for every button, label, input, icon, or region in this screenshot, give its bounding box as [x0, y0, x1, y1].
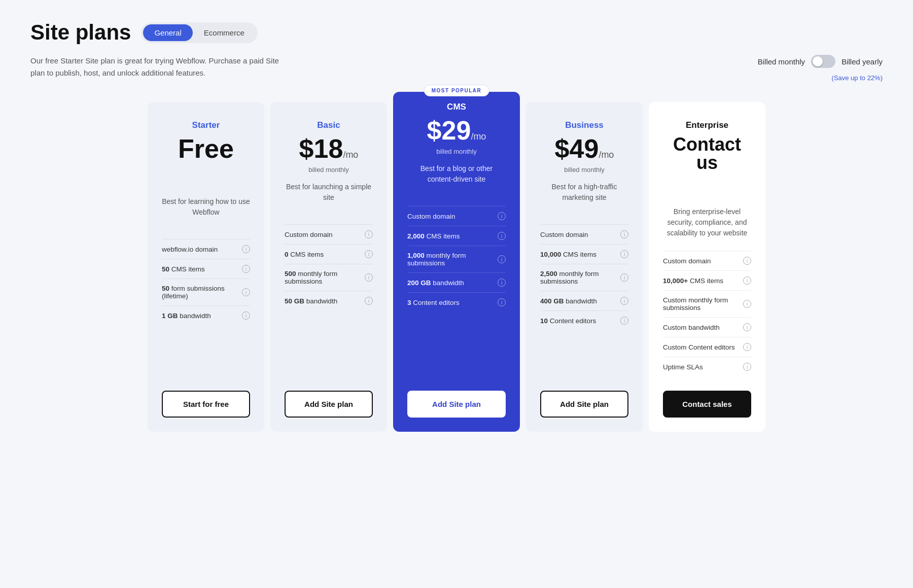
list-item: 500 monthly form submissions i	[285, 264, 373, 291]
basic-billed: billed monthly	[285, 166, 373, 174]
starter-desc: Best for learning how to use Webflow	[162, 196, 250, 227]
list-item: Custom bandwidth i	[663, 317, 751, 337]
info-icon[interactable]: i	[242, 265, 250, 273]
info-icon[interactable]: i	[365, 273, 373, 282]
info-icon[interactable]: i	[498, 232, 506, 240]
page-title: Site plans	[30, 20, 131, 45]
list-item: 2,000 CMS items i	[407, 226, 506, 246]
list-item: 1,000 monthly form submissions i	[407, 246, 506, 272]
toggle-knob	[813, 56, 823, 66]
list-item: 10,000 CMS items i	[540, 244, 628, 264]
most-popular-badge: MOST POPULAR	[424, 85, 489, 96]
info-icon[interactable]: i	[743, 257, 751, 265]
info-icon[interactable]: i	[498, 212, 506, 220]
basic-price-mo: /mo	[343, 150, 358, 160]
cms-price: $29	[427, 116, 471, 145]
business-name: Business	[540, 120, 628, 130]
business-price-mo: /mo	[599, 150, 614, 160]
save-label: (Save up to 22%)	[832, 74, 883, 82]
page-subtitle: Our free Starter Site plan is great for …	[30, 55, 294, 79]
list-item: Uptime SLAs i	[663, 357, 751, 376]
cms-cta[interactable]: Add Site plan	[407, 391, 506, 418]
list-item: 200 GB bandwidth i	[407, 272, 506, 292]
enterprise-price: Contact us	[673, 134, 741, 173]
business-price: $49	[555, 134, 599, 163]
starter-name: Starter	[162, 120, 250, 130]
list-item: Custom domain i	[663, 251, 751, 270]
cms-name: CMS	[407, 102, 506, 112]
list-item: 10,000+ CMS items i	[663, 270, 751, 290]
list-item: 50 form submissions (lifetime) i	[162, 279, 250, 305]
info-icon[interactable]: i	[743, 276, 751, 285]
billing-toggle-section: Billed monthly Billed yearly (Save up to…	[758, 55, 883, 82]
list-item: 50 GB bandwidth i	[285, 291, 373, 310]
list-item: Custom Content editors i	[663, 337, 751, 357]
business-features: Custom domain i 10,000 CMS items i 2,500…	[540, 224, 628, 376]
info-icon[interactable]: i	[365, 250, 373, 258]
info-icon[interactable]: i	[498, 298, 506, 306]
info-icon[interactable]: i	[620, 250, 628, 258]
info-icon[interactable]: i	[620, 317, 628, 325]
billed-monthly-label: Billed monthly	[758, 57, 805, 66]
list-item: 400 GB bandwidth i	[540, 291, 628, 310]
list-item: 1 GB bandwidth i	[162, 305, 250, 325]
basic-price: $18	[299, 134, 343, 163]
info-icon[interactable]: i	[743, 343, 751, 351]
list-item: Custom domain i	[407, 206, 506, 226]
enterprise-name: Enterprise	[663, 120, 751, 130]
info-icon[interactable]: i	[743, 323, 751, 331]
plan-cms: MOST POPULAR CMS $29/mo billed monthly B…	[393, 92, 520, 432]
plans-container: Starter Free Best for learning how to us…	[30, 102, 883, 432]
list-item: webflow.io domain i	[162, 239, 250, 259]
list-item: Custom domain i	[285, 224, 373, 244]
list-item: 2,500 monthly form submissions i	[540, 264, 628, 291]
info-icon[interactable]: i	[242, 312, 250, 320]
basic-name: Basic	[285, 120, 373, 130]
tab-ecommerce[interactable]: Ecommerce	[193, 24, 256, 41]
info-icon[interactable]: i	[242, 288, 250, 296]
list-item: 50 CMS items i	[162, 259, 250, 279]
list-item: Custom domain i	[540, 224, 628, 244]
enterprise-cta[interactable]: Contact sales	[663, 391, 751, 418]
business-desc: Best for a high-traffic marketing site	[540, 182, 628, 212]
basic-desc: Best for launching a simple site	[285, 182, 373, 212]
plan-business: Business $49/mo billed monthly Best for …	[526, 102, 643, 432]
cms-features: Custom domain i 2,000 CMS items i 1,000 …	[407, 206, 506, 376]
info-icon[interactable]: i	[743, 363, 751, 371]
info-icon[interactable]: i	[365, 230, 373, 238]
business-cta[interactable]: Add Site plan	[540, 391, 628, 418]
info-icon[interactable]: i	[620, 230, 628, 238]
list-item: 10 Content editors i	[540, 310, 628, 330]
info-icon[interactable]: i	[365, 297, 373, 305]
business-billed: billed monthly	[540, 166, 628, 174]
plan-enterprise: Enterprise Contact us Bring enterprise-l…	[649, 102, 765, 432]
billed-yearly-label: Billed yearly	[841, 57, 883, 66]
list-item: Custom monthly form submissions i	[663, 290, 751, 317]
cms-price-mo: /mo	[471, 131, 486, 142]
plan-basic: Basic $18/mo billed monthly Best for lau…	[270, 102, 387, 432]
tab-group: General Ecommerce	[141, 22, 257, 43]
info-icon[interactable]: i	[498, 279, 506, 287]
starter-price: Free	[178, 134, 234, 163]
list-item: 0 CMS items i	[285, 244, 373, 264]
tab-general[interactable]: General	[143, 24, 192, 41]
cms-desc: Best for a blog or other content-driven …	[407, 163, 506, 194]
enterprise-features: Custom domain i 10,000+ CMS items i Cust…	[663, 251, 751, 376]
list-item: 3 Content editors i	[407, 292, 506, 312]
info-icon[interactable]: i	[620, 273, 628, 282]
starter-features: webflow.io domain i 50 CMS items i 50 fo…	[162, 239, 250, 376]
info-icon[interactable]: i	[242, 245, 250, 253]
cms-billed: billed monthly	[407, 148, 506, 155]
info-icon[interactable]: i	[498, 255, 506, 263]
enterprise-desc: Bring enterprise-level security, complia…	[663, 206, 751, 238]
basic-features: Custom domain i 0 CMS items i 500 monthl…	[285, 224, 373, 376]
plan-starter: Starter Free Best for learning how to us…	[148, 102, 264, 432]
info-icon[interactable]: i	[620, 297, 628, 305]
basic-cta[interactable]: Add Site plan	[285, 391, 373, 418]
billing-toggle[interactable]	[811, 55, 835, 68]
info-icon[interactable]: i	[743, 300, 751, 308]
starter-cta[interactable]: Start for free	[162, 391, 250, 418]
